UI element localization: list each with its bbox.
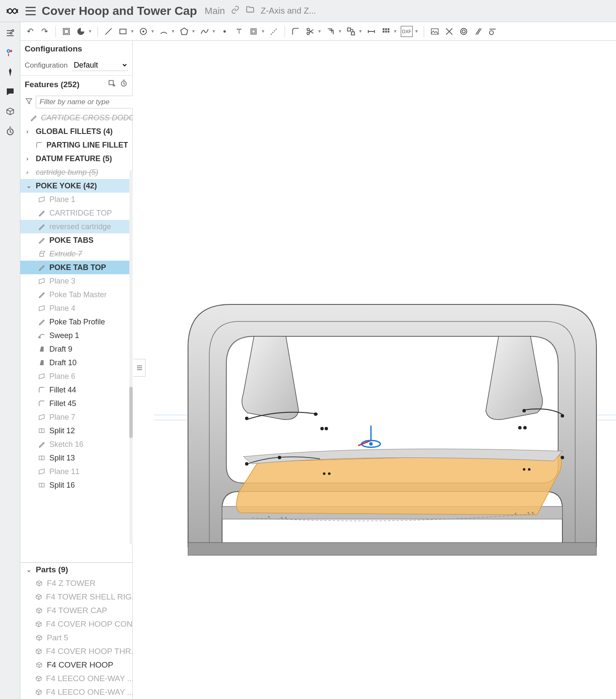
svg-point-50 <box>523 426 527 429</box>
feature-item[interactable]: Plane 11 <box>20 465 132 478</box>
text-icon[interactable] <box>234 26 245 37</box>
svg-point-61 <box>515 513 516 514</box>
3d-viewport[interactable] <box>133 41 616 699</box>
feature-item[interactable]: Sketch 16 <box>20 438 132 451</box>
feature-item[interactable]: POKE TABS <box>20 233 132 247</box>
fillet-icon[interactable] <box>290 26 301 37</box>
part-item[interactable]: F4 LEECO ONE-WAY ... <box>20 672 132 685</box>
feature-item[interactable]: Plane 3 <box>20 274 132 288</box>
parts-header[interactable]: ⌄Parts (9) <box>20 563 132 577</box>
sketch-icon[interactable] <box>61 26 72 37</box>
feature-item[interactable]: Extrude 7 <box>20 247 132 261</box>
feature-item[interactable]: CARTRIDGE TOP <box>20 206 132 220</box>
part-item[interactable]: F4 TOWER SHELL RIG... <box>20 590 132 604</box>
feature-item[interactable]: ›GLOBAL FILLETS (4) <box>20 125 132 138</box>
point-icon[interactable] <box>219 26 230 37</box>
polygon-icon[interactable] <box>179 26 190 37</box>
menu-button[interactable] <box>26 7 36 15</box>
feature-item[interactable]: CARTIDGE CROSS DODG... <box>20 111 132 125</box>
image-icon[interactable] <box>429 26 440 37</box>
pattern-icon[interactable] <box>380 26 391 37</box>
feature-item[interactable]: reversed cartridge <box>20 220 132 233</box>
svg-marker-9 <box>180 28 188 34</box>
rail-tune-icon[interactable] <box>4 27 16 39</box>
parts-section: ⌄Parts (9) F4 Z TOWERF4 TOWER SHELL RIG.… <box>20 563 132 699</box>
transform-icon[interactable] <box>345 26 356 37</box>
feature-item[interactable]: ⌄POKE YOKE (42) <box>20 179 132 193</box>
line-icon[interactable] <box>103 26 114 37</box>
branch-name[interactable]: Main <box>205 6 225 17</box>
tangent-icon[interactable] <box>487 26 498 37</box>
part-item[interactable]: F4 COVER HOOP CON... <box>20 617 132 631</box>
offset-icon[interactable] <box>325 26 336 37</box>
feature-item[interactable]: Plane 1 <box>20 193 132 206</box>
document-title: Cover Hoop and Tower Cap <box>42 4 197 18</box>
feature-item[interactable]: Plane 4 <box>20 301 132 315</box>
svg-rect-29 <box>40 253 44 257</box>
feature-item[interactable]: Split 12 <box>20 424 132 438</box>
add-feature-icon[interactable] <box>108 79 116 90</box>
dxf-icon[interactable]: DXF <box>401 26 413 37</box>
svg-rect-23 <box>431 28 439 34</box>
svg-point-52 <box>528 468 530 471</box>
rect-icon[interactable] <box>117 26 128 37</box>
feature-item[interactable]: PARTING LINE FILLET <box>20 138 132 152</box>
rail-cube-icon[interactable] <box>4 105 16 117</box>
feature-item[interactable]: Poke Tab Master <box>20 288 132 301</box>
feature-tree[interactable]: CARTIDGE CROSS DODG...›GLOBAL FILLETS (4… <box>20 111 132 562</box>
configuration-select[interactable]: Default <box>72 60 128 71</box>
arc-icon[interactable] <box>158 26 169 37</box>
folder-icon[interactable] <box>245 5 255 17</box>
feature-item[interactable]: ›cartridge bump (5) <box>20 165 132 179</box>
rail-comment-icon[interactable] <box>4 86 16 98</box>
rail-add-icon[interactable] <box>4 47 16 59</box>
svg-point-60 <box>285 517 287 519</box>
part-item[interactable]: F4 COVER HOOP THR... <box>20 645 132 658</box>
part-item[interactable]: F4 Z TOWER <box>20 577 132 590</box>
rollback-timer-icon[interactable] <box>120 79 128 90</box>
svg-point-49 <box>518 426 522 429</box>
svg-point-46 <box>328 472 331 475</box>
use-icon[interactable] <box>248 26 259 37</box>
rail-appearance-icon[interactable] <box>4 66 16 78</box>
feature-item[interactable]: POKE TAB TOP <box>20 261 132 274</box>
feature-item[interactable]: Fillet 45 <box>20 397 132 410</box>
onshape-logo[interactable] <box>5 4 20 18</box>
feature-item[interactable]: ›DATUM FEATURE (5) <box>20 152 132 165</box>
feature-item[interactable]: Split 16 <box>20 478 132 492</box>
svg-rect-19 <box>388 28 389 30</box>
link-icon[interactable] <box>231 6 240 16</box>
parallel-icon[interactable] <box>473 26 484 37</box>
part-item[interactable]: Part 5 <box>20 631 132 645</box>
filter-funnel-icon[interactable] <box>25 97 33 108</box>
trim-icon[interactable] <box>305 26 316 37</box>
concentric-icon[interactable] <box>458 26 469 37</box>
feature-item[interactable]: Draft 10 <box>20 356 132 369</box>
coincident-icon[interactable] <box>444 26 455 37</box>
feature-filter-input[interactable] <box>36 96 134 108</box>
panel-collapse-tab[interactable] <box>134 359 145 377</box>
redo-icon[interactable]: ↷ <box>39 26 50 37</box>
feature-item[interactable]: Plane 7 <box>20 410 132 424</box>
spline-icon[interactable] <box>199 26 210 37</box>
folder-breadcrumb[interactable]: Z-Axis and Z... <box>261 6 316 16</box>
part-item[interactable]: F4 COVER HOOP <box>20 658 132 672</box>
feature-item[interactable]: Plane 6 <box>20 369 132 383</box>
features-title: Features (252) <box>25 80 80 89</box>
circle-icon[interactable] <box>138 26 149 37</box>
part-item[interactable]: F4 LEECO ONE-WAY ... <box>20 685 132 699</box>
dimension-icon[interactable] <box>366 26 377 37</box>
feature-scrollbar[interactable] <box>129 170 133 544</box>
feature-item[interactable]: Draft 9 <box>20 342 132 356</box>
part-item[interactable]: F4 TOWER CAP <box>20 604 132 617</box>
feature-toolbar: ↶ ↷ ▼ ▼ ▼ ▼ ▼ ▼ ▼ ▼ ▼ ▼ ▼ DXF▼ <box>20 22 616 41</box>
pacman-icon[interactable] <box>75 26 86 37</box>
svg-point-45 <box>323 472 325 475</box>
feature-item[interactable]: Sweep 1 <box>20 329 132 342</box>
feature-item[interactable]: Split 13 <box>20 451 132 465</box>
rail-timer-icon[interactable] <box>4 125 16 137</box>
undo-icon[interactable]: ↶ <box>25 26 36 37</box>
feature-item[interactable]: Poke Tab Profile <box>20 315 132 329</box>
feature-item[interactable]: Fillet 44 <box>20 383 132 397</box>
construction-icon[interactable] <box>268 26 279 37</box>
